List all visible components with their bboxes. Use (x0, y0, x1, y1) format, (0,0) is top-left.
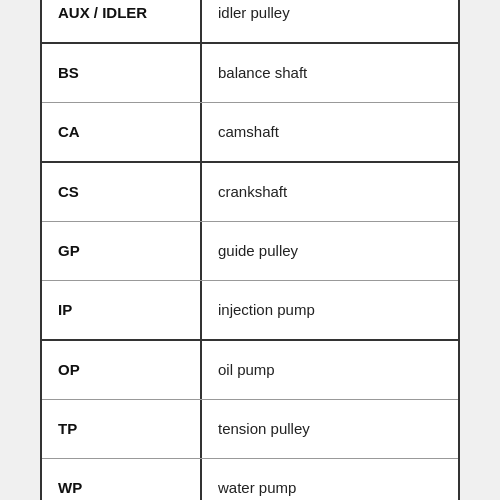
description-cell: idler pulley (202, 0, 458, 42)
code-cell: CA (42, 103, 202, 161)
description-cell: camshaft (202, 103, 458, 161)
table-row: GPguide pulley (42, 222, 458, 281)
code-cell: GP (42, 222, 202, 280)
code-cell: AUX / IDLER (42, 0, 202, 42)
table-row: IPinjection pump (42, 281, 458, 341)
table-row: CScrankshaft (42, 163, 458, 222)
table-row: WPwater pump (42, 459, 458, 501)
code-cell: CS (42, 163, 202, 221)
table-row: TPtension pulley (42, 400, 458, 459)
code-cell: BS (42, 44, 202, 102)
abbreviation-table: AUX / IDLERidler pulleyBSbalance shaftCA… (40, 0, 460, 500)
description-cell: guide pulley (202, 222, 458, 280)
description-cell: balance shaft (202, 44, 458, 102)
table-row: CAcamshaft (42, 103, 458, 163)
description-cell: water pump (202, 459, 458, 501)
table-row: OPoil pump (42, 341, 458, 400)
code-cell: WP (42, 459, 202, 501)
table-row: BSbalance shaft (42, 44, 458, 103)
code-cell: IP (42, 281, 202, 339)
code-cell: OP (42, 341, 202, 399)
description-cell: oil pump (202, 341, 458, 399)
description-cell: crankshaft (202, 163, 458, 221)
code-cell: TP (42, 400, 202, 458)
table-row: AUX / IDLERidler pulley (42, 0, 458, 44)
description-cell: injection pump (202, 281, 458, 339)
description-cell: tension pulley (202, 400, 458, 458)
